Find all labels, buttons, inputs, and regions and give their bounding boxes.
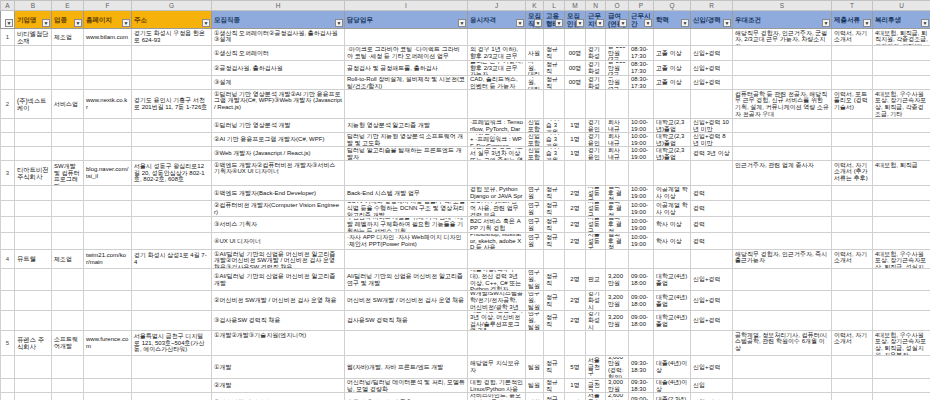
cell-homepage[interactable]: blog.naver.com/tsi_il: [84, 161, 132, 186]
cell-career-level[interactable]: [691, 161, 733, 186]
cell-company[interactable]: [15, 233, 52, 250]
cell-rownum[interactable]: 4: [1, 250, 15, 269]
cell-career-level[interactable]: 경력: [691, 217, 733, 233]
cell-homepage[interactable]: [84, 119, 132, 133]
cell-position-level[interactable]: 팀원: [526, 379, 544, 393]
cell-qualification[interactable]: 대졸이상, 컴퓨터/SW개발/SW시스템공학/전기/전자공학, 머신비전/광학 …: [468, 291, 526, 311]
cell-qualification[interactable]: B2C 서비스 혹은 APP 기획 경험: [468, 217, 526, 233]
cell-work-hours[interactable]: 10:00-19:00: [629, 133, 654, 147]
cell-employment-type[interactable]: 정규직 (수습 3개월 포함): [544, 133, 565, 147]
cell-duties[interactable]: [345, 90, 468, 119]
header-cell-company[interactable]: 기업명▼: [15, 11, 52, 29]
cell-headcount[interactable]: [565, 331, 586, 356]
cell-rownum[interactable]: [1, 311, 15, 331]
cell-work-hours[interactable]: [629, 331, 654, 356]
cell-headcount[interactable]: 2명: [565, 217, 586, 233]
cell-duties[interactable]: 딥러닝 알고리즘을 탑재하는 프론트엔드 개발자: [345, 147, 468, 161]
cell-address[interactable]: [132, 133, 212, 147]
cell-documents[interactable]: [832, 147, 873, 161]
cell-homepage[interactable]: www.btlam.com: [84, 29, 132, 46]
cell-salary[interactable]: 협의 후 결정: [606, 201, 629, 217]
cell-employment-type[interactable]: 정규직: [544, 233, 565, 250]
header-cell-work-region[interactable]: 근무지역▼: [586, 11, 606, 29]
filter-dropdown-icon[interactable]: ▼: [122, 19, 130, 27]
cell-duties[interactable]: CCTV 카메라 영상에서 차량 검출/추적, 모델 식별 등을 수행하는 DC…: [345, 201, 468, 217]
cell-documents[interactable]: [832, 201, 873, 217]
cell-position-level[interactable]: 사원: [526, 46, 544, 61]
cell-qualification[interactable]: 신입 가능, (경력자의 경우 1년 이하), 향후 2/3교대 근무 가능자: [468, 46, 526, 61]
cell-documents[interactable]: [832, 46, 873, 61]
cell-benefits[interactable]: [873, 201, 930, 217]
cell-company[interactable]: 퓨렌스 주식회사: [15, 331, 52, 356]
filter-dropdown-icon[interactable]: ▼: [723, 19, 731, 27]
cell-rownum[interactable]: [1, 76, 15, 90]
column-letter-L[interactable]: L: [544, 1, 565, 11]
cell-industry[interactable]: [52, 147, 84, 161]
cell-education[interactable]: 대학교(4년) 졸업: [654, 311, 691, 331]
header-cell-rownum[interactable]: ▼: [1, 11, 15, 29]
cell-address[interactable]: [132, 76, 212, 90]
cell-duties[interactable]: 지능형 영상분석 알고리즘 개발: [345, 119, 468, 133]
cell-education[interactable]: 대학교(4년) 졸업: [654, 269, 691, 291]
cell-headcount[interactable]: 5명: [565, 356, 586, 379]
header-cell-homepage[interactable]: 홈페이지▼: [84, 11, 132, 29]
cell-career-level[interactable]: 신입+경력: [691, 393, 733, 400]
cell-benefits[interactable]: 4대보험, 우수사원포상, 장기근속자포상, 퇴직금, 성실지원, 각종경조금: [873, 250, 930, 269]
cell-company[interactable]: [15, 46, 52, 61]
cell-homepage[interactable]: [84, 311, 132, 331]
cell-company[interactable]: [15, 311, 52, 331]
filter-dropdown-icon[interactable]: ▼: [921, 19, 929, 27]
cell-work-region[interactable]: 경기 용인: [586, 147, 606, 161]
header-cell-position-level[interactable]: 모집직급▼: [526, 11, 544, 29]
cell-position-level[interactable]: 연구원: [526, 186, 544, 201]
cell-employment-type[interactable]: [544, 331, 565, 356]
cell-career-level[interactable]: 경력: [691, 186, 733, 201]
cell-employment-type[interactable]: [544, 29, 565, 46]
cell-qualification[interactable]: [468, 90, 526, 119]
cell-benefits[interactable]: [873, 311, 930, 331]
cell-preferred[interactable]: [733, 291, 832, 311]
cell-homepage[interactable]: [84, 147, 132, 161]
cell-education[interactable]: 대졸(2,3년)이상: [654, 393, 691, 400]
column-letter-S[interactable]: S: [733, 1, 832, 11]
cell-headcount[interactable]: 1명: [565, 379, 586, 393]
cell-address[interactable]: [132, 147, 212, 161]
cell-job-title[interactable]: ④UX UI 디자이너: [212, 233, 345, 250]
cell-qualification[interactable]: C/C++, Python 언어 사용, 관련 업무 경력 보유: [468, 201, 526, 217]
cell-work-region[interactable]: 경기 화성시: [586, 311, 606, 331]
cell-employment-type[interactable]: 정규직: [544, 46, 565, 61]
cell-industry[interactable]: [52, 233, 84, 250]
header-cell-education[interactable]: 학력▼: [654, 11, 691, 29]
cell-work-region[interactable]: [586, 250, 606, 269]
cell-rownum[interactable]: [1, 133, 15, 147]
cell-rownum[interactable]: [1, 147, 15, 161]
cell-benefits[interactable]: 4대보험, 우수사원포상, 장기근속자포상, 퇴직금, 각종경조금, 기타: [873, 90, 930, 119]
cell-company[interactable]: [15, 393, 52, 400]
cell-work-hours[interactable]: 09:00-18:00: [629, 269, 654, 291]
cell-career-level[interactable]: 신입+경력: [691, 76, 733, 90]
cell-documents[interactable]: 이력서, 자기소개서: [832, 331, 873, 356]
cell-headcount[interactable]: 00명: [565, 76, 586, 90]
cell-duties[interactable]: 공정검사 및 공정패트롤, 출하검사: [345, 61, 468, 76]
cell-documents[interactable]: [832, 233, 873, 250]
cell-education[interactable]: 대졸(4년)이상: [654, 379, 691, 393]
cell-address[interactable]: [132, 186, 212, 201]
cell-work-region[interactable]: 서울 성동구: [586, 186, 606, 201]
cell-qualification[interactable]: Photoshop, illustrator, sketch, adobe XD…: [468, 233, 526, 250]
cell-duties[interactable]: AI/딥러닝 기반의 산업용 머신비전 알고리즘 연구 및 개발: [345, 269, 468, 291]
cell-duties[interactable]: ·자사 APP 디자인 ·자사 Web페이지 디자인 ·제안서 PPT(Powe…: [345, 233, 468, 250]
cell-preferred[interactable]: [733, 61, 832, 76]
cell-headcount[interactable]: 2명: [565, 311, 586, 331]
cell-work-hours[interactable]: 09:00-18:00: [629, 393, 654, 400]
cell-address[interactable]: [132, 291, 212, 311]
cell-work-region[interactable]: 서울 성동구: [586, 233, 606, 250]
cell-duties[interactable]: [345, 331, 468, 356]
cell-benefits[interactable]: [873, 46, 930, 61]
cell-rownum[interactable]: 1: [1, 29, 15, 46]
cell-work-hours[interactable]: 10:00-19:00: [629, 201, 654, 217]
cell-duties[interactable]: [345, 250, 468, 269]
cell-homepage[interactable]: [84, 186, 132, 201]
column-letter-R[interactable]: R: [691, 1, 733, 11]
column-letter-H[interactable]: H: [212, 1, 345, 11]
cell-rownum[interactable]: [1, 269, 15, 291]
